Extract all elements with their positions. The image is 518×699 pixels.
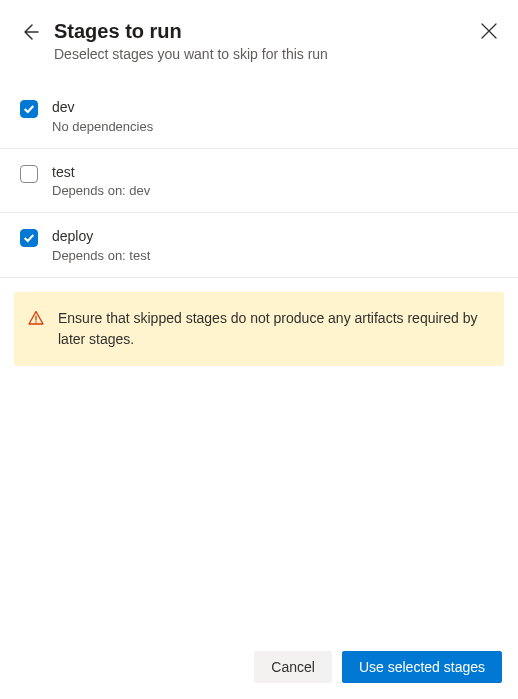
stage-text: test Depends on: dev [52,163,150,199]
stage-name: deploy [52,227,150,247]
svg-point-1 [35,321,37,323]
dialog-title: Stages to run [54,18,480,44]
checkbox-deploy[interactable] [20,229,38,247]
back-icon[interactable] [20,22,40,42]
dialog-header: Stages to run Deselect stages you want t… [0,0,518,74]
dialog-subtitle: Deselect stages you want to skip for thi… [54,46,480,62]
checkbox-dev[interactable] [20,100,38,118]
stage-row-dev[interactable]: dev No dependencies [0,84,518,149]
stage-name: dev [52,98,153,118]
confirm-button[interactable]: Use selected stages [342,651,502,683]
close-icon[interactable] [480,22,498,40]
header-text: Stages to run Deselect stages you want t… [54,18,480,62]
stage-text: dev No dependencies [52,98,153,134]
warning-icon [28,310,44,326]
dialog-footer: Cancel Use selected stages [0,637,518,699]
warning-alert: Ensure that skipped stages do not produc… [14,292,504,366]
stage-row-test[interactable]: test Depends on: dev [0,149,518,214]
stage-name: test [52,163,150,183]
stage-dependency: Depends on: dev [52,183,150,198]
cancel-button[interactable]: Cancel [254,651,332,683]
stage-row-deploy[interactable]: deploy Depends on: test [0,213,518,278]
stage-list: dev No dependencies test Depends on: dev… [0,84,518,278]
spacer [0,366,518,637]
stage-text: deploy Depends on: test [52,227,150,263]
warning-text: Ensure that skipped stages do not produc… [58,308,488,350]
checkbox-test[interactable] [20,165,38,183]
stage-dependency: Depends on: test [52,248,150,263]
stage-dependency: No dependencies [52,119,153,134]
